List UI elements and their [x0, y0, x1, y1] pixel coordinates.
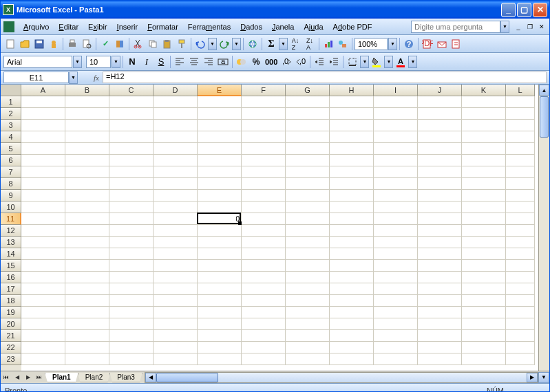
row-header-15[interactable]: 15 [1, 260, 21, 272]
cell-H15[interactable] [330, 260, 374, 272]
cell-J8[interactable] [418, 178, 462, 190]
cell-J22[interactable] [418, 342, 462, 353]
vertical-scrollbar[interactable]: ▲ [538, 85, 549, 371]
cell-A12[interactable] [21, 225, 65, 237]
borders-dropdown[interactable]: ▼ [360, 56, 369, 68]
cell-B3[interactable] [65, 120, 109, 131]
cell-A2[interactable] [21, 108, 65, 120]
cell-K6[interactable] [462, 155, 506, 166]
cell-D5[interactable] [154, 143, 198, 155]
column-header-J[interactable]: J [418, 85, 462, 96]
cell-C4[interactable] [109, 131, 154, 143]
redo-button[interactable] [218, 37, 231, 51]
cell-F23[interactable] [242, 353, 286, 365]
cell-K5[interactable] [462, 143, 506, 155]
tab-prev-button[interactable]: ◀ [12, 372, 23, 383]
cell-G5[interactable] [286, 143, 330, 155]
cell-D16[interactable] [154, 272, 198, 283]
menu-ferramentas[interactable]: Ferramentas [183, 21, 235, 32]
cell-D21[interactable] [154, 330, 198, 342]
menu-arquivo[interactable]: Arquivo [19, 21, 54, 32]
format-painter-button[interactable] [175, 37, 189, 51]
cell-I1[interactable] [374, 96, 418, 108]
cell-E13[interactable] [198, 237, 242, 248]
cell-I19[interactable] [374, 307, 418, 318]
cell-B14[interactable] [65, 248, 109, 260]
cell-A4[interactable] [21, 131, 65, 143]
select-all-corner[interactable] [1, 85, 21, 96]
cell-A1[interactable] [21, 96, 65, 108]
cell-G3[interactable] [286, 120, 330, 131]
cell-L23[interactable] [506, 353, 535, 365]
cell-F14[interactable] [242, 248, 286, 260]
cell-H17[interactable] [330, 283, 374, 295]
cell-C16[interactable] [109, 272, 154, 283]
cell-K16[interactable] [462, 272, 506, 283]
cell-F8[interactable] [242, 178, 286, 190]
paste-button[interactable] [160, 37, 174, 51]
cell-D22[interactable] [154, 342, 198, 353]
mdi-minimize-button[interactable]: _ [514, 23, 523, 31]
cell-A16[interactable] [21, 272, 65, 283]
cell-J11[interactable] [418, 213, 462, 225]
cells-area[interactable]: 0 [21, 96, 538, 371]
cell-E7[interactable] [198, 166, 242, 178]
undo-dropdown[interactable]: ▼ [208, 38, 217, 50]
cell-H13[interactable] [330, 237, 374, 248]
cell-I14[interactable] [374, 248, 418, 260]
menu-inserir[interactable]: Inserir [112, 21, 143, 32]
redo-dropdown[interactable]: ▼ [232, 38, 241, 50]
column-header-K[interactable]: K [462, 85, 506, 96]
cell-G12[interactable] [286, 225, 330, 237]
cell-C3[interactable] [109, 120, 154, 131]
sheet-tab-plan2[interactable]: Plan2 [78, 373, 111, 382]
cell-I16[interactable] [374, 272, 418, 283]
cell-H22[interactable] [330, 342, 374, 353]
cell-E9[interactable] [198, 190, 242, 202]
font-size-dropdown[interactable]: ▼ [112, 56, 120, 68]
cell-F4[interactable] [242, 131, 286, 143]
cell-K15[interactable] [462, 260, 506, 272]
decrease-indent-button[interactable] [313, 55, 326, 69]
cell-G18[interactable] [286, 295, 330, 307]
cell-C2[interactable] [109, 108, 154, 120]
permission-button[interactable] [47, 37, 61, 51]
cell-H12[interactable] [330, 225, 374, 237]
name-box[interactable]: E11 [3, 72, 69, 83]
zoom-input[interactable]: 100% [355, 38, 388, 50]
cell-E10[interactable] [198, 202, 242, 213]
cell-J4[interactable] [418, 131, 462, 143]
row-header-6[interactable]: 6 [1, 155, 21, 166]
cell-L14[interactable] [506, 248, 535, 260]
cell-H1[interactable] [330, 96, 374, 108]
cell-B17[interactable] [65, 283, 109, 295]
cell-D8[interactable] [154, 178, 198, 190]
cell-H10[interactable] [330, 202, 374, 213]
menu-formatar[interactable]: Formatar [142, 21, 183, 32]
cell-D11[interactable] [154, 213, 198, 225]
cell-C7[interactable] [109, 166, 154, 178]
cell-G1[interactable] [286, 96, 330, 108]
align-right-button[interactable] [202, 55, 215, 69]
cell-J21[interactable] [418, 330, 462, 342]
cell-L11[interactable] [506, 213, 535, 225]
pdf-review-button[interactable] [449, 37, 463, 51]
font-size-input[interactable]: 10 [86, 56, 111, 68]
cell-L22[interactable] [506, 342, 535, 353]
increase-indent-button[interactable] [327, 55, 341, 69]
cell-L4[interactable] [506, 131, 535, 143]
cell-D15[interactable] [154, 260, 198, 272]
row-header-20[interactable]: 20 [1, 318, 21, 330]
tab-last-button[interactable]: ⏭ [34, 372, 45, 383]
cell-I21[interactable] [374, 330, 418, 342]
hyperlink-button[interactable] [246, 37, 260, 51]
cell-E4[interactable] [198, 131, 242, 143]
cell-D9[interactable] [154, 190, 198, 202]
cell-E23[interactable] [198, 353, 242, 365]
font-name-dropdown[interactable]: ▼ [73, 56, 82, 68]
cell-D1[interactable] [154, 96, 198, 108]
pdf-convert-button[interactable]: PDF [421, 37, 434, 51]
formula-input[interactable]: =H12 [103, 72, 547, 83]
save-button[interactable] [32, 37, 46, 51]
tab-first-button[interactable]: ⏮ [1, 372, 12, 383]
